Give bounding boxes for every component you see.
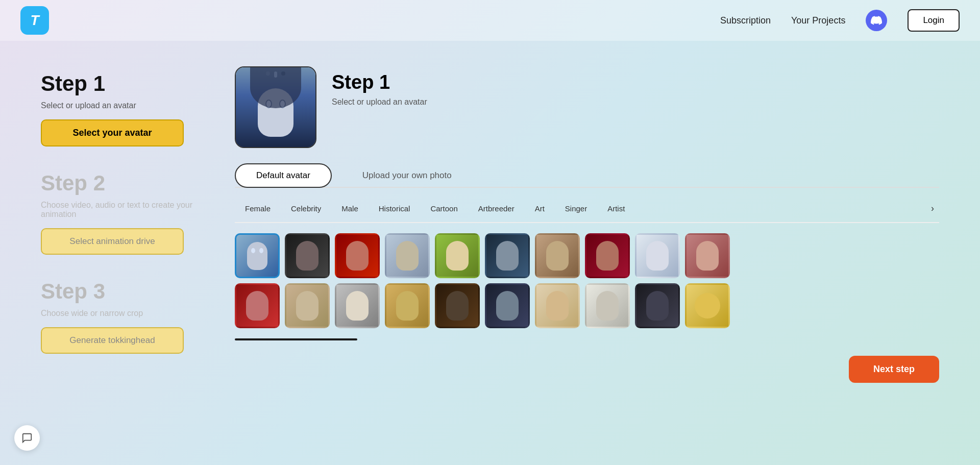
step1-title: Step 1: [41, 71, 204, 96]
avatar-item[interactable]: [535, 233, 580, 278]
avatar-tabs: Default avatar Upload your own photo: [235, 163, 939, 188]
category-artbreeder[interactable]: Artbreeder: [468, 201, 525, 216]
avatar-item[interactable]: [435, 233, 480, 278]
avatar-item[interactable]: [385, 233, 430, 278]
step2-title: Step 2: [41, 171, 204, 195]
logo[interactable]: T: [20, 6, 49, 35]
tab-upload-photo[interactable]: Upload your own photo: [342, 163, 472, 188]
step2-description: Choose video, audio or text to create yo…: [41, 201, 204, 219]
step1-content-title: Step 1: [332, 71, 427, 93]
chat-bubble-button[interactable]: [14, 425, 40, 451]
tab-default-avatar[interactable]: Default avatar: [235, 163, 332, 188]
avatar-item[interactable]: [585, 233, 630, 278]
header: T Subscription Your Projects Login: [0, 0, 980, 41]
avatar-item[interactable]: [285, 283, 330, 328]
avatar-item[interactable]: [535, 283, 580, 328]
selected-avatar-preview: [235, 66, 316, 148]
next-step-button[interactable]: Next step: [849, 356, 939, 383]
avatar-item[interactable]: [485, 283, 530, 328]
avatar-item[interactable]: [635, 283, 680, 328]
your-projects-link[interactable]: Your Projects: [791, 15, 845, 26]
login-button[interactable]: Login: [908, 9, 960, 32]
step1-content-description: Select or upload an avatar: [332, 97, 427, 107]
avatar-item[interactable]: [235, 233, 280, 278]
category-next-arrow[interactable]: ›: [926, 200, 939, 217]
category-singer[interactable]: Singer: [555, 201, 597, 216]
avatar-item[interactable]: [285, 233, 330, 278]
category-artist[interactable]: Artist: [597, 201, 635, 216]
step1-info: Step 1 Select or upload an avatar: [332, 66, 427, 107]
avatar-item[interactable]: [335, 283, 380, 328]
step1-header: Step 1 Select or upload an avatar: [235, 66, 939, 148]
avatar-grid: [235, 233, 939, 328]
select-animation-drive-button[interactable]: Select animation drive: [41, 228, 184, 255]
avatar-item[interactable]: [335, 233, 380, 278]
category-cartoon[interactable]: Cartoon: [420, 201, 468, 216]
progress-indicator: [235, 338, 357, 340]
step3-block: Step 3 Choose wide or narrow crop Genera…: [41, 279, 204, 354]
avatar-item[interactable]: [485, 233, 530, 278]
step3-description: Choose wide or narrow crop: [41, 309, 204, 318]
generate-button[interactable]: Generate tokkinghead: [41, 327, 184, 354]
select-avatar-button[interactable]: Select your avatar: [41, 119, 184, 146]
avatar-item[interactable]: [635, 233, 680, 278]
category-male[interactable]: Male: [331, 201, 369, 216]
avatar-item[interactable]: [235, 283, 280, 328]
step1-description: Select or upload an avatar: [41, 101, 204, 110]
next-step-row: Next step: [235, 356, 939, 383]
avatar-item[interactable]: [685, 283, 730, 328]
avatar-item[interactable]: [585, 283, 630, 328]
avatar-item[interactable]: [685, 233, 730, 278]
category-historical[interactable]: Historical: [369, 201, 421, 216]
discord-button[interactable]: [866, 10, 887, 31]
main-layout: Step 1 Select or upload an avatar Select…: [0, 41, 980, 383]
content-area: Step 1 Select or upload an avatar Defaul…: [235, 51, 939, 383]
step1-block: Step 1 Select or upload an avatar Select…: [41, 71, 204, 146]
nav: Subscription Your Projects Login: [720, 9, 960, 32]
category-female[interactable]: Female: [235, 201, 281, 216]
avatar-item[interactable]: [385, 283, 430, 328]
avatar-item[interactable]: [435, 283, 480, 328]
category-row: Female Celebrity Male Historical Cartoon…: [235, 200, 939, 223]
category-art[interactable]: Art: [525, 201, 555, 216]
sidebar: Step 1 Select or upload an avatar Select…: [41, 51, 204, 383]
step3-title: Step 3: [41, 279, 204, 304]
subscription-link[interactable]: Subscription: [720, 15, 771, 26]
category-celebrity[interactable]: Celebrity: [281, 201, 331, 216]
step2-block: Step 2 Choose video, audio or text to cr…: [41, 171, 204, 255]
